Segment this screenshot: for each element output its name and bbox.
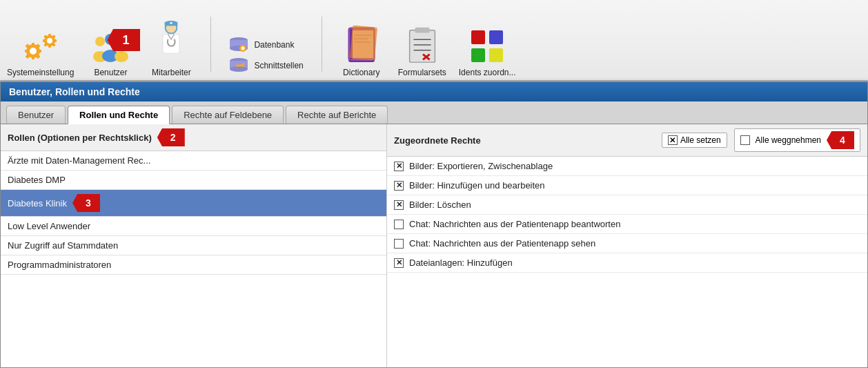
checkbox-chat-sehen[interactable] bbox=[394, 239, 404, 249]
left-panel-header: Rollen (Optionen per Rechtsklick) 2 bbox=[1, 124, 386, 151]
gear-icon bbox=[23, 30, 58, 65]
dictionary-icon bbox=[343, 22, 380, 65]
svg-rect-32 bbox=[163, 34, 179, 53]
toolbar-label-datenbank: Datenbank bbox=[254, 40, 294, 50]
toolbar-label-dictionary: Dictionary bbox=[343, 68, 379, 77]
dialog-title: Benutzer, Rollen und Rechte bbox=[9, 86, 140, 97]
tab-benutzer[interactable]: Benutzer bbox=[6, 106, 66, 124]
dialog: Benutzer, Rollen und Rechte Benutzer Rol… bbox=[0, 81, 868, 368]
formularsets-icon bbox=[404, 25, 441, 65]
toolbar-item-schnittstellen[interactable]: Schnittstellen bbox=[226, 57, 306, 75]
svg-point-40 bbox=[230, 66, 248, 72]
right-list-item-dateianlagen: ✕ Dateianlagen: Hinzufügen bbox=[387, 253, 867, 273]
svg-rect-58 bbox=[471, 30, 485, 44]
svg-rect-12 bbox=[32, 43, 34, 47]
toolbar-label-mitarbeiter: Mitarbeiter bbox=[152, 68, 191, 77]
right-panel-header: Zugeordnete Rechte ✕ Alle setzen Alle we… bbox=[387, 124, 867, 157]
svg-point-20 bbox=[95, 37, 105, 46]
checkbox-chat-beantworten[interactable] bbox=[394, 220, 404, 229]
tab-rechte-berichte[interactable]: Rechte auf Berichte bbox=[286, 106, 388, 124]
checkbox-dateianlagen[interactable]: ✕ bbox=[394, 258, 404, 268]
toolbar-item-benutzer[interactable]: 1 Benutzer bbox=[86, 32, 135, 77]
right-panel: Zugeordnete Rechte ✕ Alle setzen Alle we… bbox=[387, 124, 867, 367]
left-panel: Rollen (Optionen per Rechtsklick) 2 Ärzt… bbox=[1, 124, 387, 367]
svg-rect-13 bbox=[32, 55, 34, 59]
doctor-icon bbox=[152, 20, 190, 65]
svg-point-25 bbox=[115, 51, 128, 62]
toolbar-label-idents: Idents zuordn... bbox=[459, 68, 516, 77]
svg-rect-15 bbox=[37, 50, 41, 52]
schnittstellen-icon bbox=[229, 58, 248, 73]
svg-rect-59 bbox=[489, 30, 503, 44]
svg-rect-60 bbox=[471, 48, 485, 62]
list-item-diabetes-dmp[interactable]: Diabetes DMP bbox=[1, 171, 386, 190]
checkbox-bilder-loeschen[interactable]: ✕ bbox=[394, 200, 404, 210]
svg-point-1 bbox=[47, 38, 52, 43]
toolbar-item-datenbank[interactable]: Datenbank bbox=[226, 36, 306, 54]
svg-rect-42 bbox=[236, 65, 244, 67]
dialog-titlebar: Benutzer, Rollen und Rechte bbox=[1, 82, 867, 101]
badge-4-arrow: 4 bbox=[827, 131, 854, 149]
toolbar-label-schnittstellen: Schnittstellen bbox=[254, 61, 303, 70]
svg-rect-2 bbox=[48, 34, 51, 37]
badge-3-arrow: 3 bbox=[72, 194, 100, 212]
right-list-item-bilder-hinzufuegen: ✕ Bilder: Hinzufügen und bearbeiten bbox=[387, 176, 867, 195]
list-item-aerzte[interactable]: Ärzte mit Daten-Management Rec... bbox=[1, 151, 386, 171]
tab-rollen-rechte[interactable]: Rollen und Rechte bbox=[68, 106, 170, 124]
toolbar-group-db: Datenbank Schnittstellen bbox=[226, 36, 306, 77]
svg-rect-3 bbox=[48, 44, 51, 48]
toolbar-label-formularsets: Formularsets bbox=[398, 68, 446, 77]
right-list-item-bilder-export: ✕ Bilder: Exportieren, Zwischenablage bbox=[387, 157, 867, 176]
datenbank-icon bbox=[229, 37, 248, 52]
divider-1 bbox=[210, 17, 211, 72]
toolbar-item-mitarbeiter[interactable]: Mitarbeiter bbox=[147, 20, 195, 77]
list-item-programm-admin[interactable]: Programmadministratoren bbox=[1, 255, 386, 275]
svg-rect-5 bbox=[53, 39, 57, 42]
toolbar-label-benutzer: Benutzer bbox=[94, 68, 127, 77]
checkbox-bilder-export[interactable]: ✕ bbox=[394, 162, 404, 171]
idents-icon bbox=[468, 28, 506, 65]
checkbox-alle-setzen: ✕ bbox=[668, 135, 678, 145]
svg-rect-4 bbox=[43, 39, 46, 42]
svg-rect-61 bbox=[489, 48, 503, 62]
svg-point-37 bbox=[241, 47, 245, 50]
checkbox-bilder-hinzufuegen[interactable]: ✕ bbox=[394, 181, 404, 191]
svg-rect-52 bbox=[415, 28, 429, 33]
btn-alle-wegnehmen[interactable]: Alle weggnehmen 4 bbox=[734, 128, 860, 152]
toolbar-item-systemeinstellung[interactable]: Systemeinstellung bbox=[7, 30, 74, 77]
svg-rect-51 bbox=[409, 30, 435, 62]
svg-point-11 bbox=[30, 48, 37, 55]
right-list-item-chat-sehen: Chat: Nachrichten aus der Patientenapp s… bbox=[387, 234, 867, 253]
right-header-label: Zugeordnete Rechte bbox=[394, 135, 655, 146]
right-list-item-bilder-loeschen: ✕ Bilder: Löschen bbox=[387, 195, 867, 215]
right-list-item-chat-beantworten: Chat: Nachrichten aus der Patientenapp b… bbox=[387, 215, 867, 234]
badge-2-arrow: 2 bbox=[157, 128, 185, 146]
tabs-bar: Benutzer Rollen und Rechte Rechte auf Fe… bbox=[1, 101, 867, 124]
tab-rechte-feldebene[interactable]: Rechte auf Feldebene bbox=[172, 106, 284, 124]
toolbar-label-systemeinstellung: Systemeinstellung bbox=[7, 68, 74, 77]
toolbar: Systemeinstellung 1 bbox=[0, 0, 868, 81]
svg-rect-14 bbox=[25, 50, 29, 52]
btn-alle-setzen[interactable]: ✕ Alle setzen bbox=[662, 133, 727, 148]
toolbar-item-formularsets[interactable]: Formularsets bbox=[398, 25, 446, 77]
list-item-low-level[interactable]: Low Level Anwender bbox=[1, 217, 386, 236]
content-panels: Rollen (Optionen per Rechtsklick) 2 Ärzt… bbox=[1, 124, 867, 367]
toolbar-item-idents[interactable]: Idents zuordn... bbox=[459, 28, 516, 77]
toolbar-item-dictionary[interactable]: Dictionary bbox=[337, 22, 386, 77]
checkbox-alle-wegnehmen bbox=[740, 135, 750, 145]
svg-rect-50 bbox=[350, 26, 377, 61]
list-item-stammdaten[interactable]: Nur Zugriff auf Stammdaten bbox=[1, 236, 386, 255]
main-content: Benutzer, Rollen und Rechte Benutzer Rol… bbox=[0, 81, 868, 368]
svg-rect-31 bbox=[170, 22, 172, 23]
badge-1-arrow: 1 bbox=[107, 29, 140, 51]
divider-2 bbox=[322, 17, 322, 72]
list-item-diabetes-klinik[interactable]: Diabetes Klinik 3 bbox=[1, 190, 386, 217]
